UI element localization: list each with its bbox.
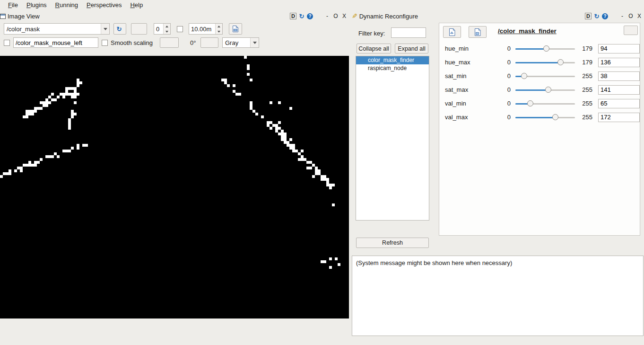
help-icon[interactable]: ? bbox=[602, 13, 608, 19]
minimize-button[interactable]: - bbox=[619, 13, 625, 19]
dyn-reconf-titlebar: ✎ Dynamic Reconfigure D ↻ ? - O X bbox=[352, 10, 644, 22]
slider-handle[interactable] bbox=[545, 87, 551, 93]
param-min-label: 0 bbox=[497, 86, 511, 93]
undock-button[interactable]: D bbox=[585, 13, 592, 19]
slider-handle[interactable] bbox=[527, 100, 533, 106]
expand-all-button[interactable]: Expand all bbox=[395, 44, 428, 53]
param-value-hue_min[interactable] bbox=[598, 44, 640, 53]
publish-mouse-checkbox[interactable] bbox=[4, 40, 10, 46]
menu-file[interactable]: File bbox=[4, 0, 22, 9]
max-range-spinbox[interactable]: 10.00m bbox=[189, 23, 223, 35]
smooth-scaling-checkbox[interactable] bbox=[102, 40, 108, 46]
param-slider-sat_max[interactable] bbox=[515, 86, 575, 94]
param-slider-hue_min[interactable] bbox=[515, 45, 575, 53]
reload-plugin-icon[interactable]: ↻ bbox=[593, 13, 600, 19]
save-params-button[interactable] bbox=[469, 26, 487, 38]
param-label-sat_max: sat_max bbox=[445, 86, 497, 93]
close-button[interactable]: X bbox=[636, 13, 642, 19]
param-min-label: 0 bbox=[497, 100, 511, 107]
node-title: /color_mask_finder bbox=[498, 27, 557, 35]
chevron-down-icon bbox=[101, 24, 109, 34]
save-image-icon bbox=[232, 25, 239, 33]
param-slider-sat_min[interactable] bbox=[515, 72, 575, 80]
slider-handle[interactable] bbox=[557, 59, 564, 65]
param-min-label: 0 bbox=[497, 45, 511, 52]
slider-handle[interactable] bbox=[552, 114, 558, 120]
param-min-label: 0 bbox=[497, 59, 511, 66]
slider-handle[interactable] bbox=[521, 73, 527, 79]
chevron-down-icon bbox=[250, 38, 259, 47]
refresh-topics-button[interactable]: ↻ bbox=[113, 23, 126, 35]
collapse-all-button[interactable]: Collapse all bbox=[357, 44, 391, 53]
menu-running[interactable]: Running bbox=[51, 0, 82, 9]
param-label-sat_min: sat_min bbox=[445, 72, 497, 80]
slider-handle[interactable] bbox=[543, 45, 549, 52]
refresh-nodes-button[interactable]: Refresh bbox=[356, 238, 429, 248]
refresh-icon: ↻ bbox=[117, 26, 123, 33]
param-max-label: 255 bbox=[577, 114, 592, 121]
node-list[interactable]: color_mask_finderraspicam_node bbox=[356, 56, 429, 221]
rotate-right-button[interactable] bbox=[200, 37, 218, 48]
dyn-reconf-dock-buttons: D ↻ ? - O X bbox=[585, 13, 644, 19]
dynamic-range-checkbox[interactable] bbox=[177, 26, 183, 32]
filter-key-input[interactable] bbox=[391, 27, 426, 38]
image-view-dock-buttons: D ↻ ? - O X bbox=[290, 13, 349, 19]
param-value-val_max[interactable] bbox=[598, 113, 640, 122]
param-value-hue_max[interactable] bbox=[598, 58, 640, 67]
param-slider-hue_max[interactable] bbox=[515, 59, 575, 66]
param-slider-val_min[interactable] bbox=[515, 100, 575, 107]
document-save-icon bbox=[473, 28, 482, 36]
help-icon[interactable]: ? bbox=[307, 13, 313, 19]
maximize-button[interactable]: O bbox=[628, 13, 634, 19]
blank-toolbar-button[interactable] bbox=[131, 23, 147, 35]
minimize-button[interactable]: - bbox=[324, 13, 330, 19]
param-row-val_min: val_min0255 bbox=[439, 97, 640, 110]
param-row-sat_min: sat_min0255 bbox=[439, 69, 640, 83]
rotate-left-button[interactable] bbox=[160, 37, 179, 48]
rotation-label: 0° bbox=[190, 39, 196, 46]
camera-image[interactable] bbox=[0, 56, 349, 318]
close-button[interactable]: X bbox=[341, 13, 347, 19]
param-value-val_min[interactable] bbox=[598, 99, 640, 108]
save-image-button[interactable] bbox=[229, 23, 242, 35]
undock-button[interactable]: D bbox=[290, 13, 296, 19]
load-params-button[interactable] bbox=[443, 26, 461, 38]
slider-fill bbox=[515, 117, 556, 118]
mouse-topic-field[interactable] bbox=[13, 37, 98, 48]
param-min-label: 0 bbox=[497, 72, 511, 80]
param-panel: /color_mask_finder hue_min0179hue_max017… bbox=[439, 23, 640, 236]
spin-steppers[interactable] bbox=[163, 24, 170, 34]
param-min-label: 0 bbox=[497, 114, 511, 121]
menu-help[interactable]: Help bbox=[126, 0, 147, 9]
node-item-raspicam_node[interactable]: raspicam_node bbox=[356, 64, 429, 72]
blank-panel-button[interactable] bbox=[624, 26, 638, 35]
param-label-hue_min: hue_min bbox=[445, 45, 497, 52]
param-max-label: 255 bbox=[577, 72, 592, 80]
param-row-sat_max: sat_max0255 bbox=[439, 83, 640, 97]
menu-perspectives[interactable]: Perspectives bbox=[82, 0, 126, 9]
image-view-title: Image View bbox=[8, 13, 40, 20]
menu-bar: FilePluginsRunningPerspectivesHelp bbox=[0, 0, 644, 9]
zoom-spinbox-value: 0 bbox=[154, 24, 163, 34]
slider-fill bbox=[515, 89, 548, 91]
maximize-button[interactable]: O bbox=[333, 13, 339, 19]
color-scheme-combobox[interactable]: Gray bbox=[222, 37, 259, 48]
topic-combobox[interactable]: /color_mask bbox=[4, 23, 110, 35]
param-value-sat_max[interactable] bbox=[598, 85, 640, 95]
param-label-val_min: val_min bbox=[445, 100, 497, 107]
zoom-spinbox[interactable]: 0 bbox=[154, 23, 171, 35]
param-row-val_max: val_max0255 bbox=[439, 110, 640, 124]
reload-plugin-icon[interactable]: ↻ bbox=[298, 13, 305, 19]
param-slider-val_max[interactable] bbox=[515, 114, 575, 121]
topic-combobox-value: /color_mask bbox=[4, 26, 101, 33]
node-item-color_mask_finder[interactable]: color_mask_finder bbox=[356, 56, 429, 64]
filter-key-label: Filter key: bbox=[358, 30, 385, 37]
slider-fill bbox=[515, 62, 561, 63]
param-max-label: 255 bbox=[577, 86, 592, 93]
param-value-sat_min[interactable] bbox=[598, 71, 640, 81]
spin-steppers[interactable] bbox=[215, 24, 222, 34]
param-max-label: 255 bbox=[577, 100, 592, 107]
menu-plugins[interactable]: Plugins bbox=[22, 0, 51, 9]
system-message-text: (System message might be shown here when… bbox=[356, 259, 512, 266]
reconfigure-icon: ✎ bbox=[352, 12, 357, 20]
